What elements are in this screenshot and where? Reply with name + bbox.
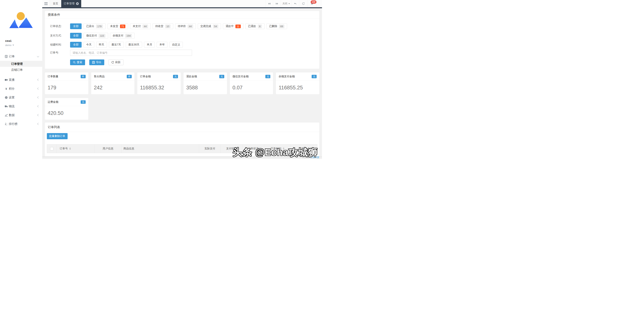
filter-order-status-unpaid[interactable]: 未支付44 [130,23,150,29]
filter-time-custom[interactable]: 自定义 [169,42,183,47]
stat-card-goods-sold: 售出商品件 242 [91,72,134,94]
stat-card-shipping-amount: 运费金额元 420.50 [45,98,88,120]
count-badge: 44 [188,24,193,28]
filter-order-status-completed[interactable]: 交易完成54 [198,23,221,29]
filter-order-status-sold[interactable]: 已卖出179 [84,23,106,29]
order-list-title: 订单列表 [45,123,319,132]
count-badge: 194 [125,34,132,37]
filter-time-last7days[interactable]: 最近7天 [109,42,124,47]
stat-title: 订单金额 [140,75,151,78]
filter-label: 支付方式: [50,34,70,37]
filter-time-today[interactable]: 今天 [84,42,94,47]
live-icon [5,78,8,81]
filter-pay-wechat[interactable]: 微信支付115 [84,33,108,38]
sidebar-item-live[interactable]: 直播 [0,75,42,84]
sidebar-item-label: 设置 [9,96,38,99]
scroll-tabs-left-button[interactable] [266,0,273,7]
stat-card-wechat-amount: 微信支付金额元 0.07 [230,72,273,94]
filter-option-label: 待收货 [155,24,164,28]
column-label: 实际支付 [204,147,215,150]
filter-row-order-no: 订单号: [50,50,319,56]
refresh-button[interactable]: 刷新 [108,59,124,65]
search-button[interactable]: 搜索 [70,59,85,65]
sidebar-item-order-manage[interactable]: 订单管理 [0,61,42,67]
stat-value: 3588 [184,80,227,91]
logistics-icon [5,105,8,108]
tab-home[interactable]: 首页 [50,0,61,7]
filter-order-status-refunding[interactable]: 退款中11 [223,23,244,29]
filter-option-label: 待评价 [178,24,186,28]
filter-time-yesterday[interactable]: 昨天 [96,42,107,47]
close-tabs-dropdown[interactable]: 关闭 [281,0,291,7]
topbar: 首页 订单管理 关闭 1 [42,0,322,7]
sidebar-item-data[interactable]: 数据 [0,111,42,119]
select-all-checkbox[interactable] [50,147,54,150]
double-chevron-left-icon [268,2,270,5]
sidebar-item-points[interactable]: ¥ 积分 [0,84,42,93]
hamburger-menu-button[interactable] [42,0,50,7]
select-all-cell [47,144,57,153]
tab-order-manage[interactable]: 订单管理 [61,0,81,7]
stat-value: 0.07 [230,80,273,91]
chevron-left-icon [37,79,39,81]
sidebar-item-label: 物流 [9,104,38,108]
data-icon [5,114,8,117]
count-badge: 6 [258,24,262,28]
unit-badge: 件 [127,75,132,78]
sort-icon[interactable] [69,147,71,150]
svg-text:1: 1 [6,123,7,124]
filter-pay-balance[interactable]: 余额支付194 [110,33,135,38]
search-actions-row: 搜索 导出 刷新 [50,59,319,65]
filter-pay-all[interactable]: 全部 [70,33,82,38]
user-role-dropdown[interactable]: demo [5,44,14,47]
logo-sun [17,12,25,20]
order-search-input[interactable] [70,50,192,56]
filter-option-label: 全部 [73,34,78,37]
filter-time-this-month[interactable]: 本月 [144,42,155,47]
unit-badge: 件 [81,75,86,78]
filter-order-status-to-receive[interactable]: 待收货10 [153,23,173,29]
notifications-button[interactable]: 130 [308,0,316,7]
filter-time-this-year[interactable]: 本年 [157,42,168,47]
sidebar-item-shop-orders[interactable]: 店铺订单 [0,67,42,73]
column-order-no[interactable]: 订单号 [57,144,95,153]
user-block: cea1 demo [5,39,14,47]
stat-value: 116855.32 [137,80,181,91]
filter-option-label: 交易完成 [200,24,211,28]
count-badge: 10 [165,24,170,28]
main-content: 搜索条件 订单状态: 全部 已卖出179 未发货71 未支付44 待收货10 待… [42,8,322,159]
sidebar-item-orders[interactable]: 订单 [0,52,42,61]
refresh-icon [111,61,114,64]
export-button[interactable]: 导出 [89,59,104,65]
stat-title: 售出商品 [94,75,105,78]
search-panel-title: 搜索条件 [45,11,319,19]
sidebar-item-logistics[interactable]: 物流 [0,102,42,111]
svg-text:9: 9 [6,124,7,125]
filter-time-all[interactable]: 全部 [70,42,82,47]
stat-value: 179 [45,80,88,91]
tab-label: 订单管理 [64,2,74,5]
sidebar-item-settings[interactable]: 设置 [0,93,42,102]
filter-label: 订单状态: [50,24,70,28]
stat-title: 运费金额 [48,100,58,104]
refresh-button-label: 刷新 [115,61,120,64]
filter-order-status-deleted[interactable]: 已删除69 [266,23,287,29]
count-badge-orange: 11 [236,24,241,28]
batch-delete-button[interactable]: 批量删除订单 [47,133,68,139]
scroll-tabs-right-button[interactable] [273,0,281,7]
brand-logo [9,11,34,29]
stat-card-order-count: 订单数量件 179 [45,72,88,94]
filter-time-last30days[interactable]: 最近30天 [126,42,142,47]
stat-value: 116855.25 [276,80,319,91]
save-export-icon [92,61,95,64]
filter-order-status-unshipped[interactable]: 未发货71 [108,23,128,29]
tab-close-icon[interactable] [76,2,79,5]
filter-order-status-refunded[interactable]: 已退款6 [246,23,264,29]
search-panel-body: 订单状态: 全部 已卖出179 未发货71 未支付44 待收货10 待评价44 … [45,19,319,65]
chevron-left-icon [37,114,39,116]
back-button[interactable] [291,0,299,7]
sidebar-item-ranking[interactable]: 19 排行榜 [0,119,42,128]
filter-order-status-all[interactable]: 全部 [70,23,82,29]
filter-order-status-to-review[interactable]: 待评价44 [175,23,196,29]
refresh-page-button[interactable] [299,0,308,7]
